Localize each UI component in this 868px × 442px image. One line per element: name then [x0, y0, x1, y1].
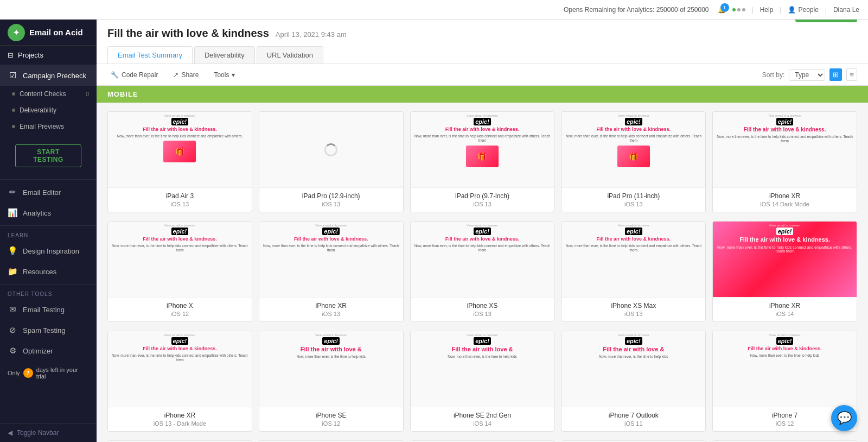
card-preview: View email in browser epic! Fill the air…: [411, 222, 554, 298]
trial-suffix: days left in your trial: [36, 367, 89, 380]
content-checks-label: Content Checks: [20, 90, 81, 98]
loading-spinner: [324, 143, 337, 156]
email-card-iphone-se[interactable]: View email in browser epic! Fill the air…: [259, 331, 404, 432]
sidebar-item-email-previews[interactable]: Email Previews: [0, 118, 97, 135]
people-icon: 👤: [788, 6, 796, 14]
separator3: |: [825, 6, 827, 14]
section-label: MOBILE: [107, 90, 138, 98]
email-card-iphone-x[interactable]: View email in browser epic! Fill the air…: [107, 221, 252, 322]
analytics-label: Analytics: [23, 209, 51, 217]
content-area: Fill the air with love & kindness April …: [97, 20, 868, 442]
people-link[interactable]: 👤 People: [788, 6, 818, 14]
sidebar-item-spam-testing[interactable]: ⊘ Spam Testing: [0, 320, 97, 340]
card-preview: View email in browser epic! Fill the air…: [411, 112, 554, 188]
design-icon: 💡: [8, 246, 17, 256]
content-checks-count: 0: [86, 91, 89, 97]
help-link[interactable]: Help: [760, 6, 774, 14]
email-testing-icon: ✉: [8, 305, 17, 314]
user-menu[interactable]: Diana Le: [833, 6, 859, 14]
email-testing-label: Email Testing: [23, 306, 65, 314]
grid-area: MOBILE View email in browser epic! Fill …: [97, 86, 868, 442]
sidebar-item-projects[interactable]: ⊟ Projects: [0, 46, 97, 65]
start-testing-container: START TESTING: [0, 135, 97, 177]
other-tools-section-header: OTHER TOOLS: [0, 287, 97, 299]
card-preview: [259, 112, 403, 188]
share-label: Share: [181, 71, 199, 79]
email-card-iphone-xs-max[interactable]: View email in browser epic! Fill the air…: [561, 221, 706, 322]
sidebar-item-resources[interactable]: 📁 Resources: [0, 261, 97, 282]
email-previews-label: Email Previews: [20, 123, 89, 130]
sort-label: Sort by:: [762, 71, 784, 79]
email-card-ipad-air-3[interactable]: View email in browser epic! Fill the air…: [107, 111, 252, 212]
sidebar-item-deliverability[interactable]: Deliverability: [0, 102, 97, 118]
chevron-icon: ▾: [232, 71, 235, 79]
email-card-ipad-pro-9[interactable]: View email in browser epic! Fill the air…: [410, 111, 555, 212]
optimizer-icon: ⚙: [8, 346, 17, 356]
design-inspiration-label: Design Inspiration: [23, 247, 79, 255]
divider1: [0, 179, 97, 180]
email-grid-row3: View email in browser epic! Fill the air…: [97, 331, 868, 440]
sidebar-item-email-testing[interactable]: ✉ Email Testing: [0, 299, 97, 320]
separator2: |: [780, 6, 781, 14]
email-card-iphone7-outlook[interactable]: View email in browser epic! Fill the air…: [561, 331, 706, 432]
dot-icon3: [12, 125, 15, 128]
topbar-icons: 🔔 1 | Help | 👤 People | Diana Le: [718, 6, 859, 14]
sidebar-item-optimizer[interactable]: ⚙ Optimizer: [0, 340, 97, 361]
campaign-precheck-icon: ☑: [8, 71, 17, 80]
email-card-iphone-xs[interactable]: View email in browser epic! Fill the air…: [410, 221, 555, 322]
tools-label: Tools: [214, 71, 229, 79]
email-card-ipad-pro-11[interactable]: View email in browser epic! Fill the air…: [561, 111, 706, 212]
toggle-navbar[interactable]: ◀ Toggle Navbar: [0, 423, 97, 442]
tab-deliverability[interactable]: Deliverability: [194, 46, 255, 64]
trial-days-badge: 7: [23, 368, 33, 378]
chat-icon: 💬: [837, 411, 852, 425]
card-preview: View email in browser epic! Fill the air…: [108, 331, 252, 407]
toolbar: 🔧 Code Repair ↗ Share Tools ▾ Sort by: T…: [97, 64, 868, 86]
grid-icon: ⊞: [833, 71, 839, 79]
email-grid-row1: View email in browser epic! Fill the air…: [97, 103, 868, 221]
card-preview: View email in browser epic! Fill the air…: [259, 222, 403, 298]
card-preview: This email is a browser epic! Fill the a…: [713, 112, 857, 188]
spam-testing-label: Spam Testing: [23, 326, 66, 334]
list-view-button[interactable]: ≡: [846, 68, 857, 81]
code-repair-label: Code Repair: [122, 71, 158, 79]
tab-email-test-summary[interactable]: Email Test Summary: [107, 46, 193, 64]
logo-icon: ✦: [8, 24, 25, 41]
create-new-button[interactable]: Create New ▾: [795, 20, 857, 22]
email-card-iphone-xr[interactable]: View email in browser epic! Fill the air…: [259, 221, 404, 322]
deliverability-label: Deliverability: [20, 106, 89, 114]
list-icon: ≡: [850, 71, 854, 79]
card-preview: View email in browser epic! Fill the air…: [561, 112, 705, 188]
grid-view-button[interactable]: ⊞: [829, 68, 842, 81]
email-card-iphone-se-2[interactable]: View email in browser epic! Fill the air…: [410, 331, 555, 432]
card-preview: View email in browser epic! Fill the air…: [259, 331, 403, 407]
email-card-iphone-xr-14[interactable]: View email in browser epic! Fill the air…: [712, 221, 857, 322]
notification-bell[interactable]: 🔔 1: [718, 6, 726, 14]
divider3: [0, 284, 97, 285]
email-card-ipad-pro-12[interactable]: iPad Pro (12.9-inch) iOS 13: [259, 111, 404, 212]
sidebar-item-email-editor[interactable]: ✏ Email Editor: [0, 182, 97, 203]
status-dots: [732, 8, 745, 11]
sidebar-item-campaign-precheck[interactable]: ☑ Campaign Precheck: [0, 65, 97, 86]
tools-button[interactable]: Tools ▾: [210, 70, 238, 80]
start-testing-button[interactable]: START TESTING: [15, 144, 81, 167]
sidebar-item-analytics[interactable]: 📊 Analytics: [0, 203, 97, 223]
sort-select[interactable]: Type Name: [789, 69, 825, 81]
card-preview: View email in browser epic! Fill the air…: [108, 222, 252, 298]
separator: |: [752, 6, 754, 14]
status-dot-2: [742, 8, 745, 11]
logo[interactable]: ✦ Email on Acid: [0, 20, 97, 46]
page-date: April 13, 2021 9:43 am: [276, 30, 347, 39]
email-card-iphone-xr-dark[interactable]: This email is a browser epic! Fill the a…: [712, 111, 857, 212]
page-tabs: Email Test Summary Deliverability URL Va…: [107, 46, 857, 64]
chat-button[interactable]: 💬: [831, 405, 857, 431]
code-repair-button[interactable]: 🔧 Code Repair: [107, 70, 161, 80]
optimizer-label: Optimizer: [23, 347, 53, 355]
sidebar-item-design-inspiration[interactable]: 💡 Design Inspiration: [0, 241, 97, 261]
logo-text: Email on Acid: [29, 28, 83, 37]
tab-url-validation[interactable]: URL Validation: [257, 46, 323, 64]
share-button[interactable]: ↗ Share: [170, 70, 202, 80]
sidebar-item-content-checks[interactable]: Content Checks 0: [0, 86, 97, 102]
email-card-iphone-xr-dark-mode[interactable]: View email in browser epic! Fill the air…: [107, 331, 252, 432]
toggle-label: Toggle Navbar: [17, 429, 59, 437]
